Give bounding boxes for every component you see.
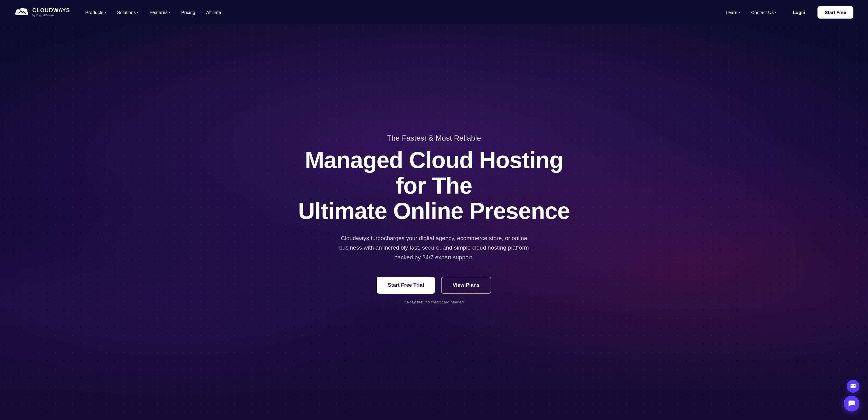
chevron-down-icon: ▾ <box>168 11 170 14</box>
hero-title-line1: Managed Cloud Hosting for The <box>305 147 563 199</box>
hero-description: Cloudways turbocharges your digital agen… <box>331 234 537 262</box>
nav-item-products[interactable]: Products ▾ <box>81 7 110 17</box>
nav-item-learn[interactable]: Learn ▾ <box>722 7 744 17</box>
nav-main-links: Products ▾ Solutions ▾ Features ▾ Pricin… <box>81 7 225 17</box>
chevron-down-icon: ▾ <box>775 11 776 14</box>
logo-icon <box>14 7 29 18</box>
chevron-down-icon: ▾ <box>105 11 106 14</box>
hero-buttons: Start Free Trial View Plans <box>297 277 571 294</box>
chat-icon <box>848 400 855 407</box>
nav-item-pricing[interactable]: Pricing <box>177 7 199 17</box>
nav-right: Learn ▾ Contact Us ▾ Login Start Free <box>722 6 854 19</box>
nav-left: CLOUDWAYS by DigitalOcean Products ▾ Sol… <box>14 7 225 18</box>
hero-footnote: *3-day trial, no credit card needed <box>297 300 571 304</box>
login-button[interactable]: Login <box>788 7 810 17</box>
notification-button[interactable] <box>847 380 860 393</box>
chat-button[interactable] <box>844 396 860 412</box>
hero-title-line2: Ultimate Online Presence <box>298 198 570 224</box>
hero-title: Managed Cloud Hosting for The Ultimate O… <box>297 147 571 224</box>
hero-subtitle: The Fastest & Most Reliable <box>297 134 571 143</box>
nav-item-solutions[interactable]: Solutions ▾ <box>113 7 143 17</box>
chevron-down-icon: ▾ <box>137 11 138 14</box>
nav-item-contact[interactable]: Contact Us ▾ <box>747 7 781 17</box>
nav-item-affiliate[interactable]: Affiliate <box>202 7 225 17</box>
chevron-down-icon: ▾ <box>739 11 740 14</box>
hero-content: The Fastest & Most Reliable Managed Clou… <box>297 134 571 304</box>
navbar: CLOUDWAYS by DigitalOcean Products ▾ Sol… <box>0 0 868 24</box>
logo-text: CLOUDWAYS by DigitalOcean <box>32 8 70 17</box>
start-free-trial-button[interactable]: Start Free Trial <box>377 277 435 294</box>
nav-right-links: Learn ▾ Contact Us ▾ <box>722 7 781 17</box>
nav-item-features[interactable]: Features ▾ <box>145 7 175 17</box>
view-plans-button[interactable]: View Plans <box>441 277 491 294</box>
hero-section: The Fastest & Most Reliable Managed Clou… <box>0 24 868 420</box>
start-free-button[interactable]: Start Free <box>817 6 854 19</box>
logo[interactable]: CLOUDWAYS by DigitalOcean <box>14 7 70 18</box>
notification-icon <box>850 383 856 389</box>
svg-point-0 <box>20 10 21 11</box>
